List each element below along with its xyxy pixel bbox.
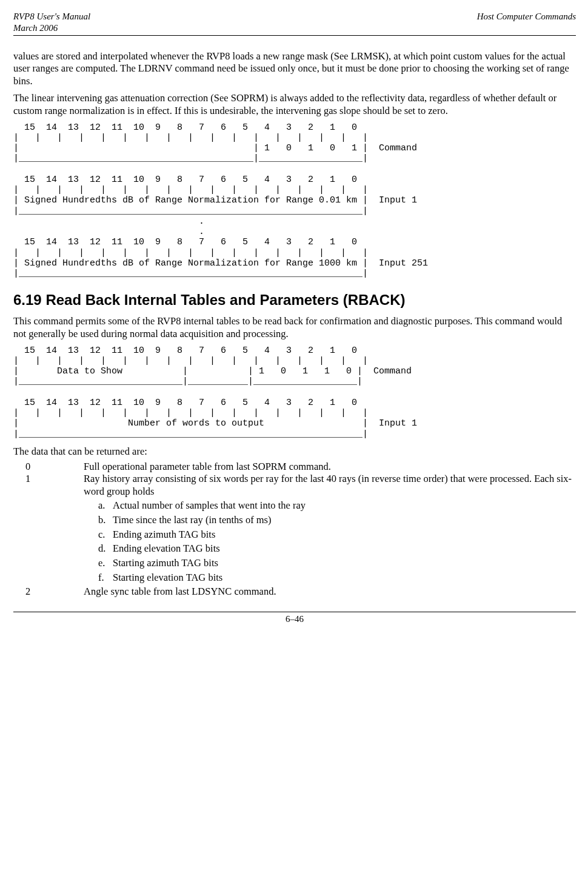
sublist-letter: d. [98, 543, 113, 555]
sublist-text: Ending elevation TAG bits [113, 543, 220, 555]
sublist-item: f.Starting elevation TAG bits [98, 572, 576, 584]
list-key-2: 2 [13, 586, 84, 598]
list-key-0: 0 [13, 461, 84, 473]
paragraph-4: The data that can be returned are: [13, 446, 576, 458]
paragraph-2: The linear intervening gas attenuation c… [13, 92, 576, 117]
list-item: 2 Angle sync table from last LDSYNC comm… [13, 586, 576, 598]
bitfield-diagram-ldrnv: 15 14 13 12 11 10 9 8 7 6 5 4 3 2 1 0 | … [13, 122, 576, 279]
list-val-2: Angle sync table from last LDSYNC comman… [84, 586, 576, 598]
sublist-letter: a. [98, 499, 113, 512]
header-right: Host Computer Commands [477, 11, 576, 34]
sublist-text: Starting elevation TAG bits [113, 572, 222, 584]
list-val-1: Ray history array consisting of six word… [84, 473, 576, 586]
paragraph-3: This command permits some of the RVP8 in… [13, 315, 576, 340]
sublist-text: Time since the last ray (in tenths of ms… [113, 514, 272, 527]
list-val-0: Full operational parameter table from la… [84, 461, 576, 473]
list-item: 0 Full operational parameter table from … [13, 461, 576, 473]
sublist-item: c.Ending azimuth TAG bits [98, 529, 576, 541]
list-item: 1 Ray history array consisting of six wo… [13, 473, 576, 586]
doc-title: RVP8 User's Manual [13, 12, 90, 21]
sublist-letter: f. [98, 572, 113, 584]
section-heading-rback: 6.19 Read Back Internal Tables and Param… [13, 291, 576, 309]
sublist-text: Starting azimuth TAG bits [113, 557, 218, 570]
sublist-letter: b. [98, 514, 113, 527]
list-key-1: 1 [13, 473, 84, 586]
sublist-item: b.Time since the last ray (in tenths of … [98, 514, 576, 527]
page-header: RVP8 User's Manual March 2006 Host Compu… [13, 11, 576, 36]
sublist-text: Ending azimuth TAG bits [113, 529, 215, 541]
paragraph-1: values are stored and interpolated whene… [13, 50, 576, 88]
list-val-1-text: Ray history array consisting of six word… [84, 473, 572, 497]
sublist-item: e.Starting azimuth TAG bits [98, 557, 576, 570]
sublist-letter: e. [98, 557, 113, 570]
bitfield-diagram-rback: 15 14 13 12 11 10 9 8 7 6 5 4 3 2 1 0 | … [13, 346, 576, 439]
return-data-list: 0 Full operational parameter table from … [13, 461, 576, 598]
sublist-letter: c. [98, 529, 113, 541]
sublist-item: a.Actual number of samples that went int… [98, 499, 576, 512]
header-left: RVP8 User's Manual March 2006 [13, 11, 90, 34]
sublist: a.Actual number of samples that went int… [98, 499, 576, 584]
sublist-text: Actual number of samples that went into … [113, 499, 306, 512]
page-footer: 6–46 [13, 612, 576, 625]
sublist-item: d.Ending elevation TAG bits [98, 543, 576, 555]
doc-date: March 2006 [13, 23, 58, 33]
